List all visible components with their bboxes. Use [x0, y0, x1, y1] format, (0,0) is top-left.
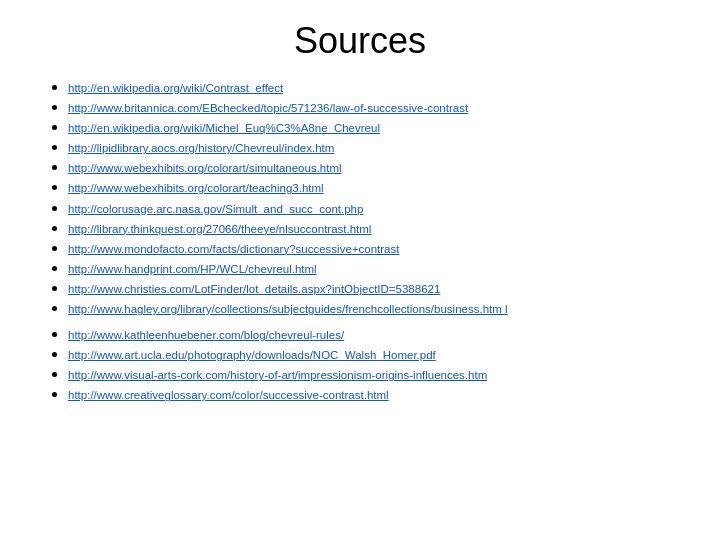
list-item: http://www.webexhibits.org/colorart/teac…	[68, 178, 680, 196]
list-item: http://en.wikipedia.org/wiki/Contrast_ef…	[68, 78, 680, 96]
list-item: http://www.hagley.org/library/collection…	[68, 299, 680, 317]
list-item: http://www.webexhibits.org/colorart/simu…	[68, 158, 680, 176]
link-group1-2[interactable]: http://en.wikipedia.org/wiki/Michel_Euq%…	[68, 122, 380, 134]
list-item: http://www.mondofacto.com/facts/dictiona…	[68, 239, 680, 257]
page-title: Sources	[40, 20, 680, 62]
links-list-group1: http://en.wikipedia.org/wiki/Contrast_ef…	[40, 78, 680, 317]
link-group1-7[interactable]: http://library.thinkquest.org/27066/thee…	[68, 223, 371, 235]
list-item: http://www.handprint.com/HP/WCL/chevreul…	[68, 259, 680, 277]
list-item: http://lipidlibrary.aocs.org/history/Che…	[68, 138, 680, 156]
list-item: http://www.kathleenhuebener.com/blog/che…	[68, 325, 680, 343]
link-group2-0[interactable]: http://www.kathleenhuebener.com/blog/che…	[68, 329, 344, 341]
list-item: http://library.thinkquest.org/27066/thee…	[68, 219, 680, 237]
list-item: http://www.art.ucla.edu/photography/down…	[68, 345, 680, 363]
list-item: http://www.christies.com/LotFinder/lot_d…	[68, 279, 680, 297]
list-item: http://en.wikipedia.org/wiki/Michel_Euq%…	[68, 118, 680, 136]
link-group1-4[interactable]: http://www.webexhibits.org/colorart/simu…	[68, 162, 342, 174]
list-item: http://colorusage.arc.nasa.gov/Simult_an…	[68, 199, 680, 217]
link-group1-0[interactable]: http://en.wikipedia.org/wiki/Contrast_ef…	[68, 82, 283, 94]
link-group1-8[interactable]: http://www.mondofacto.com/facts/dictiona…	[68, 243, 399, 255]
link-group1-1[interactable]: http://www.britannica.com/EBchecked/topi…	[68, 102, 468, 114]
links-list-group2: http://www.kathleenhuebener.com/blog/che…	[40, 325, 680, 403]
link-group1-11[interactable]: http://www.hagley.org/library/collection…	[68, 303, 508, 315]
link-group1-10[interactable]: http://www.christies.com/LotFinder/lot_d…	[68, 283, 440, 295]
page: Sources http://en.wikipedia.org/wiki/Con…	[0, 0, 720, 540]
list-item: http://www.visual-arts-cork.com/history-…	[68, 365, 680, 383]
link-group1-9[interactable]: http://www.handprint.com/HP/WCL/chevreul…	[68, 263, 317, 275]
link-group2-3[interactable]: http://www.creativeglossary.com/color/su…	[68, 389, 389, 401]
link-group1-5[interactable]: http://www.webexhibits.org/colorart/teac…	[68, 182, 324, 194]
link-group2-1[interactable]: http://www.art.ucla.edu/photography/down…	[68, 349, 436, 361]
list-item: http://www.creativeglossary.com/color/su…	[68, 385, 680, 403]
link-group2-2[interactable]: http://www.visual-arts-cork.com/history-…	[68, 369, 487, 381]
link-group1-6[interactable]: http://colorusage.arc.nasa.gov/Simult_an…	[68, 203, 363, 215]
list-item: http://www.britannica.com/EBchecked/topi…	[68, 98, 680, 116]
link-group1-3[interactable]: http://lipidlibrary.aocs.org/history/Che…	[68, 142, 334, 154]
